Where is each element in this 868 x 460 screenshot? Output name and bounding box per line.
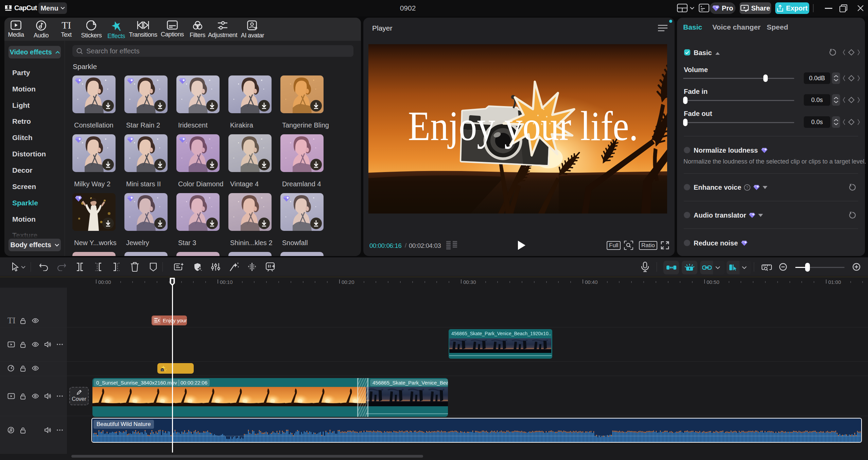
svg-text:?: ? xyxy=(746,186,748,190)
svg-text:Enjoy your life.: Enjoy your life. xyxy=(408,103,638,149)
svg-text:TI: TI xyxy=(62,20,71,30)
